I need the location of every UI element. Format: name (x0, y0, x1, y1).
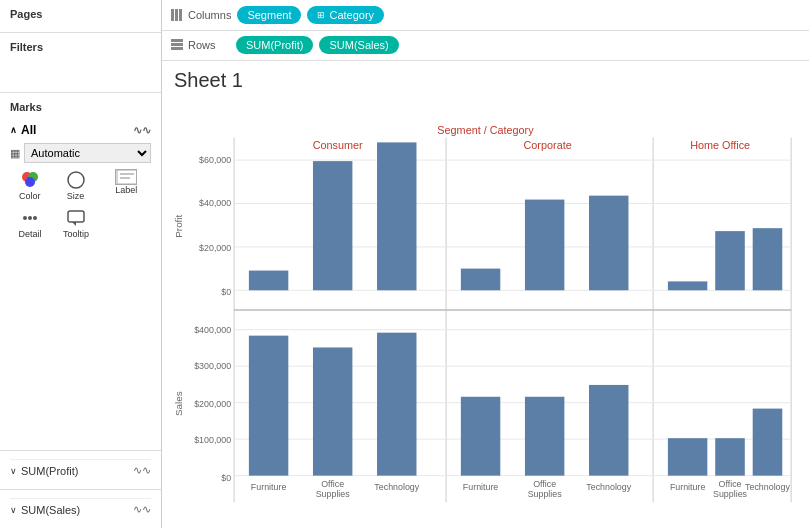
category-pill[interactable]: ⊞ Category (307, 6, 384, 24)
bar-homeoffice-technology-sales (753, 409, 783, 476)
svg-text:Supplies: Supplies (528, 489, 563, 499)
filters-label: Filters (10, 41, 151, 53)
bar-homeoffice-furniture-profit (668, 281, 707, 290)
columns-section: Columns Segment ⊞ Category (170, 6, 384, 24)
detail-label: Detail (18, 229, 41, 239)
svg-text:Furniture: Furniture (463, 482, 499, 492)
svg-text:$0: $0 (221, 473, 231, 483)
color-button[interactable]: Color (10, 169, 50, 201)
svg-rect-17 (171, 47, 183, 50)
bar-homeoffice-officesupplies-profit (715, 231, 745, 290)
svg-text:Consumer: Consumer (313, 139, 363, 151)
bar-corporate-officesupplies-profit (525, 200, 564, 291)
svg-point-3 (68, 172, 84, 188)
pages-label: Pages (10, 8, 151, 20)
size-button[interactable]: Size (56, 169, 96, 201)
sum-sales-label: ∨ SUM(Sales) (10, 504, 80, 516)
label-icon (115, 169, 137, 185)
chart-area: Segment / Category Consumer Corporate Ho… (162, 96, 809, 528)
caret-icon: ∧ (10, 125, 17, 135)
marks-all-row: ∧ All ∿∿ (10, 123, 151, 137)
bar-corporate-furniture-profit (461, 269, 500, 291)
detail-button[interactable]: Detail (10, 207, 50, 239)
svg-rect-12 (171, 9, 174, 21)
svg-text:$300,000: $300,000 (194, 361, 231, 371)
svg-text:$40,000: $40,000 (199, 198, 231, 208)
marks-all-chart-icon: ∿∿ (133, 124, 151, 137)
sum-profit-pill[interactable]: SUM(Profit) (236, 36, 313, 54)
sum-profit-row[interactable]: ∨ SUM(Profit) ∿∿ (10, 459, 151, 481)
svg-text:$400,000: $400,000 (194, 325, 231, 335)
bar-consumer-officesupplies-sales (313, 347, 352, 475)
svg-text:Sales: Sales (173, 391, 184, 416)
sum-profit-section[interactable]: ∨ SUM(Profit) ∿∿ (0, 451, 161, 490)
sum-sales-row[interactable]: ∨ SUM(Sales) ∿∿ (10, 498, 151, 520)
svg-text:Furniture: Furniture (670, 482, 706, 492)
marks-label: Marks (10, 101, 42, 113)
rows-label: Rows (170, 38, 230, 52)
sum-sales-caret: ∨ (10, 505, 17, 515)
svg-text:$60,000: $60,000 (199, 155, 231, 165)
tooltip-button[interactable]: Tooltip (56, 207, 96, 239)
svg-text:Technology: Technology (374, 482, 419, 492)
bar-consumer-officesupplies-profit (313, 161, 352, 290)
bar-consumer-technology-profit (377, 142, 416, 290)
marks-dropdown-row[interactable]: ▦ Automatic (10, 143, 151, 163)
detail-icon (19, 207, 41, 229)
svg-rect-10 (68, 211, 84, 222)
label-button[interactable]: Label (101, 169, 151, 201)
segment-pill[interactable]: Segment (237, 6, 301, 24)
svg-point-8 (28, 216, 32, 220)
left-panel: Pages Filters Marks ∧ All ∿∿ ▦ Automatic… (0, 0, 162, 528)
segment-pill-label: Segment (247, 9, 291, 21)
toolbar: Columns Segment ⊞ Category (162, 0, 809, 31)
svg-rect-15 (171, 39, 183, 42)
svg-text:Corporate: Corporate (524, 139, 572, 151)
marks-all-label: All (21, 123, 36, 137)
svg-text:Supplies: Supplies (316, 489, 351, 499)
sum-sales-pill[interactable]: SUM(Sales) (319, 36, 398, 54)
svg-text:Furniture: Furniture (251, 482, 287, 492)
size-label: Size (67, 191, 85, 201)
rows-section: Rows SUM(Profit) SUM(Sales) (170, 36, 399, 54)
svg-point-2 (25, 177, 35, 187)
right-panel: Columns Segment ⊞ Category Rows SUM(Prof… (162, 0, 809, 528)
bar-homeoffice-officesupplies-sales (715, 438, 745, 475)
sum-sales-chart-icon: ∿∿ (133, 503, 151, 516)
marks-type-select[interactable]: Automatic (24, 143, 151, 163)
svg-text:$20,000: $20,000 (199, 243, 231, 253)
svg-text:Office: Office (533, 479, 556, 489)
svg-rect-13 (175, 9, 178, 21)
svg-rect-4 (117, 170, 136, 184)
sum-sales-pill-label: SUM(Sales) (329, 39, 388, 51)
svg-rect-16 (171, 43, 183, 46)
bar-homeoffice-technology-profit (753, 228, 783, 290)
svg-text:Technology: Technology (586, 482, 631, 492)
bar-homeoffice-furniture-sales (668, 438, 707, 475)
color-icon (19, 169, 41, 191)
svg-text:Office: Office (321, 479, 344, 489)
svg-text:Segment / Category: Segment / Category (437, 124, 534, 136)
category-pill-icon: ⊞ (317, 10, 325, 20)
svg-text:$0: $0 (221, 287, 231, 297)
tooltip-label: Tooltip (63, 229, 89, 239)
tooltip-icon (65, 207, 87, 229)
svg-text:Office: Office (719, 479, 742, 489)
bar-corporate-technology-sales (589, 385, 628, 476)
svg-point-7 (23, 216, 27, 220)
label-label: Label (115, 185, 137, 195)
svg-text:$200,000: $200,000 (194, 399, 231, 409)
sum-sales-section[interactable]: ∨ SUM(Sales) ∿∿ (0, 490, 161, 528)
marks-section: Marks ∧ All ∿∿ ▦ Automatic Color (0, 93, 161, 451)
size-icon (65, 169, 87, 191)
columns-label: Columns (170, 8, 231, 22)
svg-text:$100,000: $100,000 (194, 435, 231, 445)
chart-bars-icon: ▦ (10, 147, 20, 160)
sum-profit-pill-label: SUM(Profit) (246, 39, 303, 51)
bar-corporate-technology-profit (589, 196, 628, 291)
filters-section: Filters (0, 33, 161, 93)
pages-section: Pages (0, 0, 161, 33)
marks-buttons2: Detail Tooltip (10, 207, 151, 239)
rows-toolbar: Rows SUM(Profit) SUM(Sales) (162, 30, 809, 61)
bar-corporate-officesupplies-sales (525, 397, 564, 476)
